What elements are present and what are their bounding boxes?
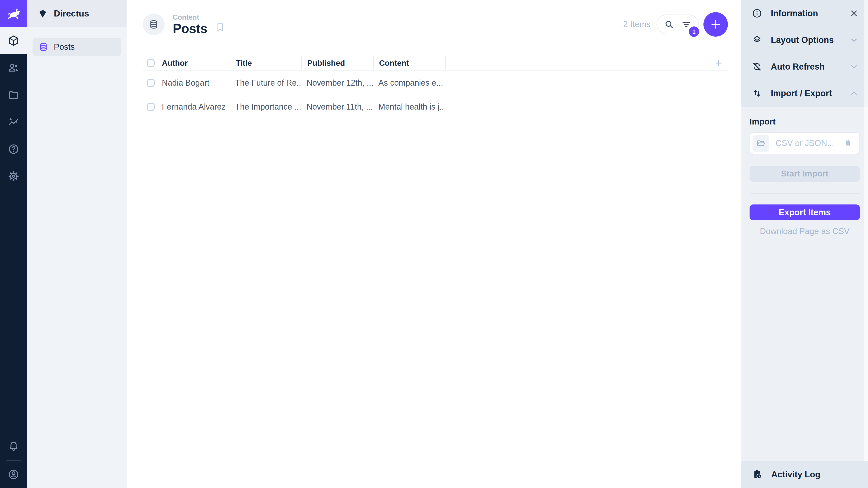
- plus-icon: [714, 58, 724, 68]
- cell-content: Mental health is j...: [373, 102, 445, 111]
- section-label: Import / Export: [771, 89, 832, 98]
- chevron-down-icon: [849, 35, 859, 45]
- sync-disabled-icon: [752, 61, 762, 72]
- project-name: Directus: [54, 8, 89, 19]
- close-sidebar-button[interactable]: [849, 8, 859, 18]
- module-files[interactable]: [0, 81, 27, 108]
- sidebar-section-information[interactable]: Information: [741, 0, 868, 27]
- select-all-cell: [143, 59, 159, 67]
- cell-content: As companies e...: [373, 78, 445, 88]
- info-icon: [752, 8, 762, 19]
- sidebar-section-layout-options[interactable]: Layout Options: [741, 27, 868, 53]
- column-header-content[interactable]: Content: [373, 56, 445, 70]
- module-insights[interactable]: [0, 108, 27, 135]
- bookmark-button[interactable]: [215, 22, 225, 33]
- row-select-cell: [143, 103, 159, 111]
- right-sidebar: Information Layout Options: [741, 0, 868, 488]
- add-item-button[interactable]: [704, 12, 728, 37]
- import-heading: Import: [749, 117, 860, 127]
- module-bar: [0, 0, 27, 488]
- bell-icon: [8, 441, 20, 452]
- plus-icon: [710, 18, 722, 31]
- item-count: 2 Items: [623, 20, 651, 29]
- directus-logo[interactable]: [0, 0, 27, 27]
- browse-files-button[interactable]: [752, 135, 769, 152]
- account-icon: [8, 468, 20, 480]
- module-content[interactable]: [0, 27, 27, 54]
- database-icon: [38, 42, 49, 52]
- nav-item-label: Posts: [54, 42, 75, 52]
- column-header-title[interactable]: Title: [230, 56, 301, 70]
- filter-count-badge: 1: [689, 26, 699, 37]
- insights-icon: [8, 116, 20, 128]
- attach-file-button[interactable]: [843, 138, 853, 148]
- section-label: Auto Refresh: [771, 62, 825, 72]
- box-icon: [8, 35, 20, 46]
- database-icon: [149, 19, 159, 30]
- chevron-up-icon: [849, 88, 859, 98]
- nav-sidebar: Directus Posts: [27, 0, 127, 488]
- import-export-panel: Import: [741, 107, 868, 236]
- add-column-button[interactable]: [710, 58, 728, 68]
- column-header-author[interactable]: Author: [159, 56, 230, 70]
- folder-icon: [8, 89, 20, 101]
- layers-icon: [752, 35, 762, 45]
- chevron-down-icon: [849, 62, 859, 72]
- gear-icon: [8, 170, 20, 182]
- users-icon: [8, 62, 20, 74]
- header-spacer: [445, 56, 710, 70]
- header-actions: 2 Items: [623, 12, 728, 37]
- select-all-checkbox[interactable]: [147, 59, 155, 67]
- module-settings[interactable]: [0, 163, 27, 190]
- start-import-button[interactable]: Start Import: [749, 166, 860, 182]
- module-help[interactable]: [0, 135, 27, 163]
- account-button[interactable]: [0, 461, 27, 488]
- cell-title: The Importance ...: [230, 102, 301, 111]
- directus-app: Directus Posts: [0, 0, 868, 488]
- cell-title: The Future of Re...: [230, 78, 301, 88]
- sidebar-section-import-export[interactable]: Import / Export: [741, 80, 868, 107]
- folder-open-icon: [756, 138, 766, 148]
- items-table: Author Title Published Content Nad: [143, 56, 728, 119]
- bookmark-icon: [215, 22, 225, 33]
- cell-author: Nadia Bogart: [159, 78, 230, 88]
- project-header[interactable]: Directus: [27, 0, 127, 27]
- notifications-button[interactable]: [0, 433, 27, 460]
- row-select-cell: [143, 79, 159, 87]
- row-checkbox[interactable]: [147, 79, 155, 87]
- activity-log-label: Activity Log: [771, 470, 820, 480]
- panel-divider: [749, 193, 860, 194]
- cell-published: November 12th, ...: [301, 78, 373, 88]
- page-header: Content Posts 2 Items: [143, 12, 728, 37]
- search-button[interactable]: [664, 19, 674, 30]
- sidebar-empty-space: [741, 236, 868, 461]
- main-content: Content Posts 2 Items: [127, 0, 741, 488]
- row-checkbox[interactable]: [147, 103, 155, 111]
- cell-author: Fernanda Alvarez: [159, 102, 230, 111]
- sidebar-section-auto-refresh[interactable]: Auto Refresh: [741, 53, 868, 80]
- title-block: Content Posts: [173, 13, 207, 35]
- activity-log-button[interactable]: Activity Log: [741, 461, 868, 488]
- download-csv-link[interactable]: Download Page as CSV: [749, 227, 860, 236]
- activity-log-icon: [752, 469, 763, 480]
- nav-item-posts[interactable]: Posts: [33, 38, 121, 56]
- module-bar-spacer: [0, 190, 27, 433]
- export-items-button[interactable]: Export Items: [749, 204, 860, 220]
- table-row[interactable]: Fernanda Alvarez The Importance ... Nove…: [143, 95, 728, 119]
- rabbit-icon: [6, 6, 22, 22]
- search-filter-pill: 1: [656, 14, 699, 34]
- table-row[interactable]: Nadia Bogart The Future of Re... Novembe…: [143, 71, 728, 95]
- module-users[interactable]: [0, 54, 27, 81]
- collection-badge: [143, 13, 164, 35]
- sidebar-scrollbar-gutter[interactable]: [864, 0, 868, 461]
- paperclip-icon: [843, 138, 853, 148]
- section-label: Information: [771, 8, 818, 18]
- column-header-published[interactable]: Published: [301, 56, 373, 70]
- import-file-input[interactable]: [749, 132, 860, 154]
- search-icon: [664, 19, 674, 30]
- close-icon: [849, 8, 859, 18]
- table-header-row: Author Title Published Content: [143, 56, 728, 71]
- import-file-field[interactable]: [775, 138, 843, 148]
- import-export-icon: [752, 88, 762, 98]
- section-label: Layout Options: [771, 35, 834, 45]
